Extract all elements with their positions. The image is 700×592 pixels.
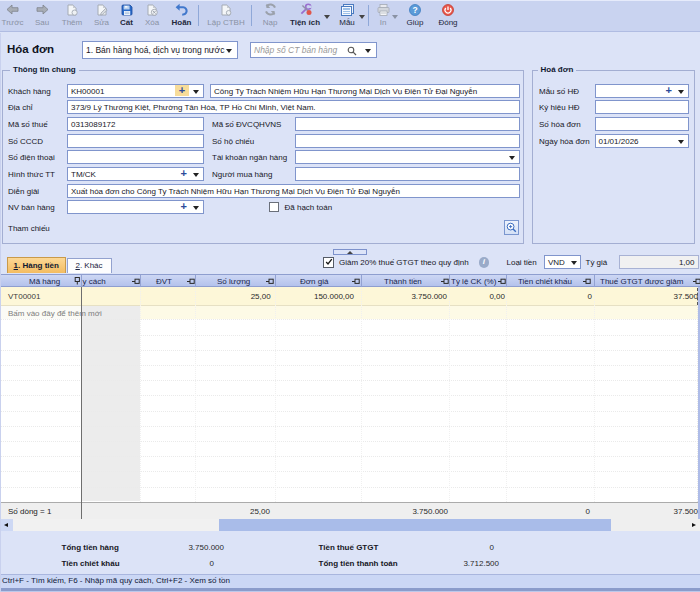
svg-text:?: ? [412, 5, 417, 15]
